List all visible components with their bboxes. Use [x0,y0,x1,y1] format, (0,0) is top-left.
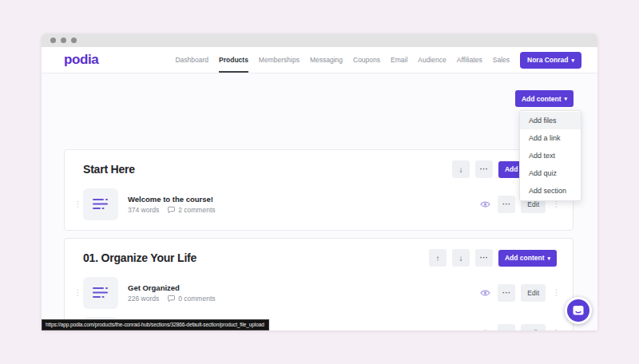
arrow-up-icon: ↑ [435,254,439,263]
visibility-toggle-button[interactable] [478,329,492,331]
menu-item-add-text[interactable]: Add text [520,147,581,164]
text-lines-icon [92,286,110,299]
nav-item-affiliates[interactable]: Affiliates [457,47,482,73]
content-row: ⋮ Get Organized 226 words [65,271,573,311]
menu-item-add-a-link[interactable]: Add a link [520,129,581,147]
add-content-menu: Add files Add a link Add text Add quiz A… [519,110,581,201]
content-info: Get Organized 226 words 0 comments [128,283,216,303]
main-content: Add content ▾ Add files Add a link Add t… [42,73,597,330]
edit-button[interactable]: Edit [521,324,546,331]
row-actions: ··· Edit ⋮ [478,324,562,331]
nav-item-sales[interactable]: Sales [493,47,510,73]
comment-count: 2 comments [178,206,215,214]
arrow-down-icon: ↓ [458,254,462,263]
section-header: 01. Organize Your Life ↑ ↓ ··· Add conte… [65,239,573,271]
content-type-tile [83,188,118,220]
chevron-down-icon: ▾ [571,57,574,63]
more-icon: ··· [502,329,511,331]
section-title: Start Here [83,163,447,176]
main-nav: Dashboard Products Memberships Messaging… [175,47,510,73]
section-more-button[interactable]: ··· [475,160,493,178]
section-more-button[interactable]: ··· [475,249,493,267]
section-card-organize-your-life: 01. Organize Your Life ↑ ↓ ··· Add conte… [64,238,574,330]
nav-item-coupons[interactable]: Coupons [353,47,380,73]
section-card-start-here: Start Here ↓ ··· Add content ▾ ⋮ [64,149,574,231]
nav-item-email[interactable]: Email [391,47,407,73]
add-content-button-page[interactable]: Add content ▾ [515,90,574,107]
visibility-toggle-button[interactable] [478,200,492,208]
window-control-dot[interactable] [50,38,56,43]
add-content-label: Add content [522,95,562,103]
content-meta: 374 words 2 comments [128,206,216,214]
chevron-down-icon: ▾ [564,96,567,101]
eye-icon [480,329,490,331]
edit-button[interactable]: Edit [521,284,546,302]
browser-titlebar [42,34,597,47]
content-title: Get Organized [128,283,216,292]
move-section-up-button[interactable]: ↑ [429,249,447,267]
header-spacer [98,47,175,73]
drag-handle-icon[interactable]: ⋮ [551,288,562,297]
window-control-dot[interactable] [61,38,66,43]
content-title: Welcome to the course! [128,195,216,204]
app-header: podia Dashboard Products Memberships Mes… [42,47,597,73]
browser-window: podia Dashboard Products Memberships Mes… [42,34,597,330]
drag-handle-icon[interactable]: ⋮ [73,200,83,208]
content-info: Welcome to the course! 374 words 2 comme… [128,195,216,214]
visibility-toggle-button[interactable] [478,289,492,297]
content-row: ⋮ Welcome to the course! 374 words [65,183,573,223]
status-bar-url: https://app.podia.com/products/the-conra… [42,319,269,330]
comment-icon [168,295,175,302]
content-type-tile [83,277,118,309]
move-section-down-button[interactable]: ↓ [452,160,470,178]
more-icon: ··· [480,254,489,262]
comment-icon [168,206,175,213]
drag-handle-icon[interactable]: ⋮ [73,288,83,297]
chevron-down-icon: ▾ [547,255,550,261]
arrow-down-icon: ↓ [458,165,462,174]
menu-item-add-section[interactable]: Add section [520,182,581,200]
page: { "header": { "logo": "podia", "nav": [ … [0,0,639,364]
chat-bubble-icon [572,305,585,317]
move-section-down-button[interactable]: ↓ [452,249,470,267]
nav-item-messaging[interactable]: Messaging [310,47,343,73]
more-icon: ··· [502,289,511,297]
more-icon: ··· [502,200,511,208]
eye-icon [480,200,490,208]
word-count: 226 words [128,295,159,303]
nav-item-audience[interactable]: Audience [418,47,446,73]
menu-item-add-files[interactable]: Add files [520,112,581,129]
row-actions: ··· Edit ⋮ [478,284,562,302]
comment-count: 0 comments [178,295,215,303]
podia-logo[interactable]: podia [64,52,98,68]
add-content-button-section[interactable]: Add content ▾ [498,250,557,267]
nav-item-memberships[interactable]: Memberships [259,47,300,73]
add-content-label: Add content [505,254,545,262]
chat-launcher-button[interactable] [565,297,592,324]
row-more-button[interactable]: ··· [498,284,515,302]
more-icon: ··· [480,165,489,173]
text-lines-icon [92,197,110,211]
eye-icon [480,289,490,297]
row-more-button[interactable]: ··· [498,196,515,213]
account-menu-button[interactable]: Nora Conrad ▾ [520,52,581,69]
nav-item-dashboard[interactable]: Dashboard [175,47,208,73]
menu-item-add-quiz[interactable]: Add quiz [520,164,581,182]
word-count: 374 words [128,206,159,214]
drag-handle-icon[interactable]: ⋮ [551,328,562,330]
content-meta: 226 words 0 comments [128,295,216,303]
window-control-dot[interactable] [71,38,77,43]
account-name: Nora Conrad [527,56,568,64]
nav-item-products[interactable]: Products [219,47,248,73]
row-more-button[interactable]: ··· [498,324,515,331]
section-header: Start Here ↓ ··· Add content ▾ [65,150,573,183]
section-title: 01. Organize Your Life [83,251,423,264]
